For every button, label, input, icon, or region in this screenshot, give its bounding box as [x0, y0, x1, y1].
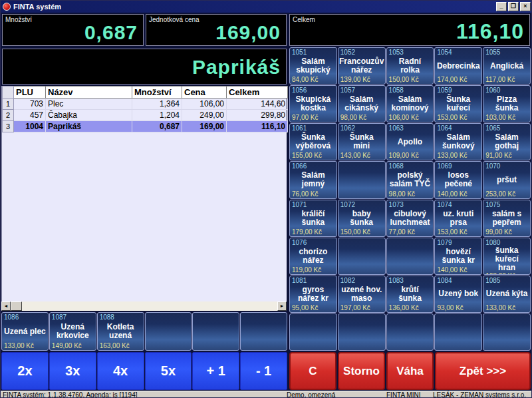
scroll-right-icon[interactable]: ► — [277, 301, 287, 311]
product-price: 179,00 Kč — [292, 228, 334, 236]
product-name — [389, 315, 432, 349]
action-button-row: CStornoVáhaZpět >>> — [289, 352, 531, 390]
product-name: polský salám TYČ — [389, 170, 432, 190]
multiplier-button-4x[interactable]: 4x — [97, 352, 144, 390]
product-button-1055[interactable]: 1055Anglická117,00 Kč — [483, 47, 531, 85]
product-button-1056[interactable]: 1056Skupická kostka97,00 Kč — [289, 85, 337, 122]
product-button-empty[interactable] — [386, 313, 434, 351]
receipt-row[interactable]: 1703Plec1,364106,00144,60 — [3, 99, 288, 110]
product-button-1065[interactable]: 1065Salám gothaj91,00 Kč — [483, 123, 531, 160]
product-code: 1082 — [340, 277, 383, 284]
minimize-button[interactable]: _ — [496, 2, 507, 11]
product-button-1058[interactable]: 1058Salám komínový106,00 Kč — [386, 85, 434, 122]
product-code: 1058 — [389, 87, 432, 94]
plu-cell: 703 — [14, 99, 46, 110]
product-button-1059[interactable]: 1059Šunka kuřecí153,00 Kč — [434, 85, 482, 122]
product-button-empty[interactable] — [289, 313, 337, 351]
product-button-1063[interactable]: 1063Apollo109,00 Kč — [386, 123, 434, 160]
product-button-1064[interactable]: 1064Salám šunkový133,00 Kč — [434, 123, 482, 160]
restore-button[interactable]: ❐ — [508, 2, 519, 11]
product-price: 117,00 Kč — [485, 76, 528, 83]
product-button-empty[interactable] — [338, 161, 386, 198]
horizontal-scrollbar[interactable]: ◄ ► — [1, 301, 287, 311]
product-button-empty[interactable] — [483, 313, 531, 351]
product-button-1071[interactable]: 1071králičí šunka179,00 Kč — [289, 200, 337, 237]
product-button-1084[interactable]: 1084Uzený bok93,00 Kč — [434, 276, 482, 313]
product-button-1054[interactable]: 1054Debrecinka174,00 Kč — [434, 47, 482, 85]
action-button-storno[interactable]: Storno — [338, 352, 385, 390]
product-name: Uzená krkovice — [52, 321, 94, 342]
row-number: 3 — [3, 121, 14, 132]
product-code: 1062 — [340, 124, 383, 132]
product-button-empty[interactable] — [338, 313, 386, 351]
product-name — [340, 239, 383, 274]
product-button-empty[interactable] — [240, 312, 287, 351]
close-button[interactable]: × — [520, 2, 531, 11]
product-button-1068[interactable]: 1068polský salám TYČ98,00 Kč — [386, 161, 434, 198]
action-button-c[interactable]: C — [289, 352, 336, 390]
product-button-1053[interactable]: 1053Radní rolka150,00 Kč — [386, 47, 434, 85]
product-price: 253,00 Kč — [485, 190, 528, 198]
multiplier-button-+1[interactable]: + 1 — [192, 352, 239, 390]
product-button-1051[interactable]: 1051Salám skupický84,00 Kč — [289, 47, 337, 85]
product-name: Salám komínový — [389, 94, 432, 114]
product-price: 150,00 Kč — [340, 228, 383, 236]
price-cell: 169,00 — [182, 121, 227, 132]
product-button-empty[interactable] — [386, 238, 434, 275]
product-code: 1085 — [485, 277, 528, 284]
product-button-1061[interactable]: 1061Šunka výběrová155,00 Kč — [289, 123, 337, 160]
scrollbar-thumb[interactable] — [11, 301, 22, 311]
product-button-1066[interactable]: 1066Salám jemný76,00 Kč — [289, 161, 337, 198]
total-display: Celkem 116,10 — [289, 14, 530, 46]
product-button-1085[interactable]: 1085Uzená kýta133,00 Kč — [483, 276, 531, 313]
product-name: Debrecinka — [437, 56, 479, 76]
product-button-1088[interactable]: 1088Kotleta uzená163,00 Kč — [97, 312, 144, 351]
product-price: 140,00 Kč — [437, 266, 479, 274]
action-button-váha[interactable]: Váha — [386, 352, 434, 390]
product-button-1075[interactable]: 1075salám s pepřem99,00 Kč — [483, 200, 531, 237]
product-code: 1057 — [340, 87, 383, 94]
product-button-1069[interactable]: 1069losos pečené140,00 Kč — [434, 161, 482, 198]
multiplier-button--1[interactable]: - 1 — [240, 352, 287, 390]
product-button-empty[interactable] — [192, 312, 239, 351]
scrollbar-track[interactable] — [22, 301, 277, 311]
product-button-1057[interactable]: 1057Salám cikánský98,00 Kč — [338, 85, 386, 122]
product-button-1060[interactable]: 1060Pizza šunka103,00 Kč — [483, 85, 531, 122]
receipt-row[interactable]: 2457Čabajka1,204249,00299,80 — [3, 110, 288, 121]
multiplier-button-2x[interactable]: 2x — [1, 352, 49, 390]
product-name: Uzený bok — [437, 284, 479, 304]
product-button-1072[interactable]: 1072baby šunka150,00 Kč — [338, 200, 386, 237]
product-button-1082[interactable]: 1082uzené hov. maso197,00 Kč — [338, 276, 386, 313]
product-button-empty[interactable] — [434, 313, 482, 351]
product-button-1076[interactable]: 1076chorizo nářez119,00 Kč — [289, 238, 337, 275]
col-name: Název — [46, 87, 132, 99]
product-button-1087[interactable]: 1087Uzená krkovice149,00 Kč — [49, 312, 96, 351]
scroll-left-icon[interactable]: ◄ — [1, 301, 11, 311]
product-price: 76,00 Kč — [292, 190, 334, 198]
product-button-empty[interactable] — [338, 238, 386, 275]
title-bar: FINTA systém _ ❐ × — [1, 1, 532, 13]
multiplier-button-5x[interactable]: 5x — [145, 352, 192, 390]
product-button-1083[interactable]: 1083krůtí šunka136,00 Kč — [386, 276, 434, 313]
product-button-1086[interactable]: 1086Uzená plec133,00 Kč — [1, 312, 49, 351]
product-button-1074[interactable]: 1074uz. kruti prsa153,00 Kč — [434, 200, 482, 237]
product-name: uz. kruti prsa — [437, 208, 479, 228]
product-name: Salám šunkový — [437, 132, 479, 152]
row-number: 2 — [3, 110, 14, 121]
product-code: 1076 — [292, 239, 334, 246]
product-button-1080[interactable]: 1080šunka kuřecí hran103,00 Kč — [483, 238, 531, 275]
product-button-1052[interactable]: 1052Francouzův nářez139,00 Kč — [338, 47, 386, 85]
multiplier-button-3x[interactable]: 3x — [49, 352, 96, 390]
receipt-row[interactable]: 31004Paprikáš0,687169,00116,10 — [3, 121, 288, 132]
product-button-1070[interactable]: 1070pršut253,00 Kč — [483, 161, 531, 198]
product-price: 91,00 Kč — [485, 152, 528, 159]
product-button-empty[interactable] — [145, 312, 192, 351]
product-name: losos pečené — [437, 170, 479, 190]
product-button-1081[interactable]: 1081gyros nářez kr95,00 Kč — [289, 276, 337, 313]
product-button-1062[interactable]: 1062Šunka mini143,00 Kč — [338, 123, 386, 160]
action-button-zpět[interactable]: Zpět >>> — [435, 352, 531, 390]
product-button-1079[interactable]: 1079hovězí šunka kr140,00 Kč — [434, 238, 482, 275]
product-button-1073[interactable]: 1073cibulový lunchmeat77,00 Kč — [386, 200, 434, 237]
product-code: 1075 — [485, 201, 528, 208]
product-price: 153,00 Kč — [437, 114, 479, 121]
